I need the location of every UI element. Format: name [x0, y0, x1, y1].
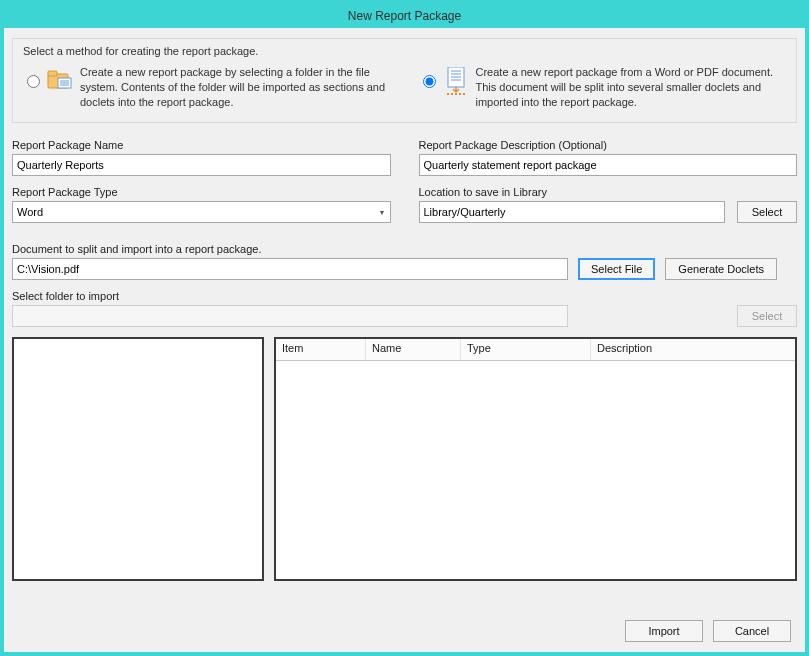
method-folder-desc: Create a new report package by selecting… — [80, 65, 391, 110]
doc-path-input[interactable] — [12, 258, 568, 280]
folder-select-button: Select — [737, 305, 797, 327]
import-button[interactable]: Import — [625, 620, 703, 642]
name-label: Report Package Name — [12, 139, 391, 151]
folder-section: Select folder to import Select — [12, 290, 797, 327]
method-option-folder[interactable]: Create a new report package by selecting… — [23, 65, 391, 110]
grid-header: Item Name Type Description — [276, 339, 795, 361]
tree-panel[interactable] — [12, 337, 264, 581]
document-split-icon — [442, 67, 470, 97]
folder-input-disabled — [12, 305, 568, 327]
col-item[interactable]: Item — [276, 339, 366, 360]
select-file-button[interactable]: Select File — [578, 258, 655, 280]
location-select-button[interactable]: Select — [737, 201, 797, 223]
dialog-window: New Report Package Select a method for c… — [0, 0, 809, 656]
col-type[interactable]: Type — [461, 339, 591, 360]
second-fields-row: Report Package Type ▼ Location to save i… — [12, 186, 797, 223]
type-select[interactable] — [12, 201, 391, 223]
location-input[interactable] — [419, 201, 726, 223]
folder-label: Select folder to import — [12, 290, 797, 302]
methods-panel: Select a method for creating the report … — [12, 38, 797, 123]
col-name[interactable]: Name — [366, 339, 461, 360]
grid-panel[interactable]: Item Name Type Description — [274, 337, 797, 581]
panels: Item Name Type Description — [12, 337, 797, 581]
doc-label: Document to split and import into a repo… — [12, 243, 797, 255]
col-desc[interactable]: Description — [591, 339, 795, 360]
generate-doclets-button[interactable]: Generate Doclets — [665, 258, 777, 280]
method-option-document[interactable]: Create a new report package from a Word … — [419, 65, 787, 110]
desc-label: Report Package Description (Optional) — [419, 139, 798, 151]
title-bar: New Report Package — [4, 4, 805, 28]
location-label: Location to save in Library — [419, 186, 798, 198]
method-radio-folder[interactable] — [27, 75, 40, 88]
name-input[interactable] — [12, 154, 391, 176]
method-document-desc: Create a new report package from a Word … — [476, 65, 787, 110]
document-section: Document to split and import into a repo… — [12, 243, 797, 280]
top-fields-row: Report Package Name Report Package Descr… — [12, 139, 797, 176]
window-title: New Report Package — [348, 9, 461, 23]
methods-heading: Select a method for creating the report … — [23, 45, 786, 57]
folder-icon — [46, 67, 74, 93]
client-area: Select a method for creating the report … — [4, 28, 805, 652]
method-radio-document[interactable] — [423, 75, 436, 88]
svg-rect-1 — [48, 71, 57, 76]
desc-input[interactable] — [419, 154, 798, 176]
footer-buttons: Import Cancel — [625, 620, 791, 642]
methods-row: Create a new report package by selecting… — [23, 65, 786, 110]
type-label: Report Package Type — [12, 186, 391, 198]
cancel-button[interactable]: Cancel — [713, 620, 791, 642]
